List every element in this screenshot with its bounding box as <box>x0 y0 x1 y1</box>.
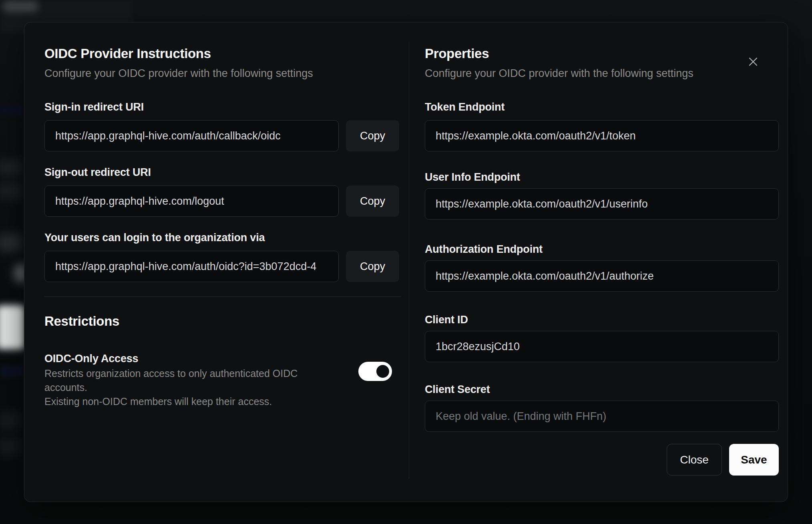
authorization-endpoint-label: Authorization Endpoint <box>425 242 779 256</box>
copy-button-sign-in[interactable]: Copy <box>346 120 399 151</box>
client-secret-input[interactable] <box>425 401 779 432</box>
oidc-only-access-label: OIDC-Only Access <box>44 351 337 366</box>
sign-out-redirect-input[interactable] <box>44 185 339 217</box>
sign-in-redirect-input[interactable] <box>44 120 339 151</box>
backdrop-fragment <box>0 437 22 455</box>
oidc-provider-dialog: OIDC Provider Instructions Configure you… <box>24 22 788 502</box>
user-info-endpoint-input[interactable] <box>425 188 779 220</box>
oidc-only-access-text: OIDC-Only Access Restricts organization … <box>44 351 337 409</box>
token-endpoint-input[interactable] <box>425 120 779 151</box>
section-divider <box>44 296 401 297</box>
backdrop-fragment-logo <box>3 1 38 12</box>
sign-out-redirect-row: Copy <box>44 185 399 217</box>
client-secret-label: Client Secret <box>425 382 779 397</box>
backdrop-fragment <box>0 159 22 175</box>
client-id-input[interactable] <box>425 331 779 362</box>
restrictions-title: Restrictions <box>44 313 399 330</box>
save-button[interactable]: Save <box>729 444 779 476</box>
instructions-title: OIDC Provider Instructions <box>44 45 399 62</box>
dialog-actions: Close Save <box>425 444 779 476</box>
properties-column: Properties Configure your OIDC provider … <box>425 45 779 476</box>
toggle-thumb <box>375 363 391 379</box>
oidc-only-access-row: OIDC-Only Access Restricts organization … <box>44 351 399 409</box>
instructions-column: OIDC Provider Instructions Configure you… <box>44 45 399 409</box>
backdrop-fragment <box>0 105 24 115</box>
backdrop-fragment <box>0 234 22 252</box>
oidc-only-access-toggle[interactable] <box>358 362 392 381</box>
page-background: OIDC Provider Instructions Configure you… <box>0 0 812 524</box>
sign-out-redirect-label: Sign-out redirect URI <box>44 165 399 179</box>
oidc-only-access-description: Restricts organization access to only au… <box>44 367 337 409</box>
sign-in-redirect-label: Sign-in redirect URI <box>44 100 399 114</box>
login-url-label: Your users can login to the organization… <box>44 230 399 245</box>
properties-subtitle: Configure your OIDC provider with the fo… <box>425 66 779 81</box>
login-url-input[interactable] <box>44 251 339 282</box>
token-endpoint-label: Token Endpoint <box>425 100 779 114</box>
column-divider <box>409 42 409 478</box>
copy-button-login-url[interactable]: Copy <box>346 251 399 282</box>
login-url-row: Copy <box>44 251 399 282</box>
backdrop-fragment <box>0 182 22 199</box>
authorization-endpoint-input[interactable] <box>425 260 779 292</box>
properties-title: Properties <box>425 45 779 62</box>
copy-button-sign-out[interactable]: Copy <box>346 185 399 217</box>
close-dialog-button[interactable]: Close <box>667 444 722 476</box>
instructions-subtitle: Configure your OIDC provider with the fo… <box>44 66 399 81</box>
backdrop-fragment <box>0 365 24 377</box>
backdrop-fragment-white-button <box>0 305 25 349</box>
sign-in-redirect-row: Copy <box>44 120 399 151</box>
backdrop-fragment <box>0 412 22 429</box>
user-info-endpoint-label: User Info Endpoint <box>425 170 779 184</box>
client-id-label: Client ID <box>425 312 779 327</box>
